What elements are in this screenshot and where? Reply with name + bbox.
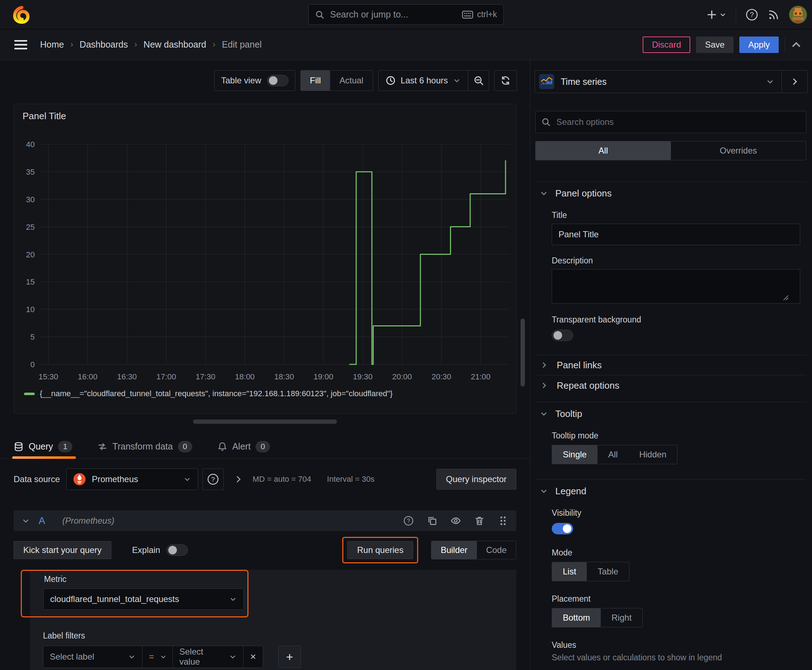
fill-option[interactable]: Fill [301,71,331,91]
section-panel-links[interactable]: Panel links [535,355,806,375]
options-search-input[interactable] [556,117,800,127]
table-view-toggle[interactable] [267,75,288,86]
query-editor-section: Data source Prometheus ? [0,459,530,670]
panel-preview[interactable]: Panel Title 051015202530354015:3016:0016… [14,104,517,414]
breadcrumb-edit-panel: Edit panel [222,39,262,50]
legend-visibility-toggle[interactable] [552,523,573,535]
panel-title-input[interactable] [552,224,800,245]
tab-alert[interactable]: Alert 0 [217,435,270,459]
explain-toggle[interactable] [166,544,188,556]
save-button[interactable]: Save [696,37,734,53]
panel-resize-handle[interactable] [193,420,337,424]
visibility-label: Visibility [552,508,806,518]
user-avatar[interactable] [789,6,807,24]
select-value-dropdown[interactable]: Select value [173,646,244,668]
grafana-logo-icon[interactable] [12,5,32,24]
delete-query-trash-icon[interactable] [474,515,485,526]
options-search[interactable] [535,111,806,133]
options-collapse-chevron-icon[interactable] [234,475,243,484]
breadcrumb-new-dashboard[interactable]: New dashboard [144,39,206,50]
add-menu-button[interactable] [706,9,726,20]
section-panel-options[interactable]: Panel options [535,185,806,201]
timeseries-chart[interactable]: 051015202530354015:3016:0016:3017:0017:3… [15,118,516,391]
news-icon[interactable] [768,8,780,21]
svg-text:18:30: 18:30 [274,372,294,381]
svg-text:?: ? [407,518,410,524]
breadcrumb-dashboards[interactable]: Dashboards [80,39,128,50]
select-label-dropdown[interactable]: Select label [43,646,142,668]
svg-text:21:00: 21:00 [471,372,490,381]
datasource-picker[interactable]: Prometheus [66,469,198,490]
refresh-button[interactable] [494,70,517,91]
actual-option[interactable]: Actual [330,71,373,91]
scrollbar-thumb[interactable] [520,318,525,387]
legend-item[interactable]: {__name__="cloudflared_tunnel_total_requ… [24,389,393,398]
section-tooltip[interactable]: Tooltip [535,406,806,421]
section-repeat-options[interactable]: Repeat options [535,376,806,396]
add-filter-button[interactable]: + [278,646,301,668]
tooltip-hidden-option[interactable]: Hidden [628,445,677,464]
chevron-down-icon [766,77,775,86]
apply-button[interactable]: Apply [739,37,779,53]
breadcrumb-home[interactable]: Home [40,39,64,50]
run-queries-button[interactable]: Run queries [347,541,413,559]
tab-transform-data[interactable]: Transform data 0 [97,435,192,459]
mode-list-option[interactable]: List [552,562,587,581]
tooltip-mode-segment: Single All Hidden [552,445,677,464]
discard-button[interactable]: Discard [642,37,690,53]
transparent-background-toggle[interactable] [552,330,573,341]
svg-text:19:00: 19:00 [314,372,333,381]
section-legend[interactable]: Legend [535,483,806,499]
help-icon[interactable]: ? [746,8,758,21]
legend-mode-segment: List Table [552,562,629,581]
svg-text:19:30: 19:30 [353,372,373,381]
label-filter-row: Select label = Select value [43,646,516,668]
code-option[interactable]: Code [477,541,516,559]
svg-text:17:00: 17:00 [156,372,176,381]
duplicate-query-icon[interactable] [427,515,437,526]
builder-option[interactable]: Builder [431,541,477,559]
top-navbar: ctrl+k ? [0,0,812,29]
collapse-chevron-up-icon[interactable] [790,39,802,51]
zoom-out-button[interactable] [468,71,489,91]
global-search-input[interactable] [329,9,457,20]
datasource-help-button[interactable]: ? [202,469,224,490]
query-ref-id: A [39,515,45,526]
svg-text:18:00: 18:00 [235,372,254,381]
metric-select[interactable]: cloudflared_tunnel_total_requests [43,589,244,610]
viz-suggestions-button[interactable] [781,71,807,93]
chevron-down-icon[interactable] [22,516,30,525]
remove-filter-button[interactable]: × [243,646,263,668]
breadcrumb: Home › Dashboards › New dashboard › Edit… [40,39,262,50]
svg-text:15: 15 [26,277,35,286]
placement-right-option[interactable]: Right [601,608,642,627]
tab-all[interactable]: All [536,141,671,160]
tooltip-single-option[interactable]: Single [552,445,598,464]
time-range-picker[interactable]: Last 6 hours [378,71,468,91]
drag-handle-icon[interactable] [498,515,509,526]
query-help-icon[interactable]: ? [403,515,414,526]
query-row-header[interactable]: A (Prometheus) ? [14,510,516,531]
visualization-picker[interactable]: Time series [535,71,781,93]
keyboard-icon [462,10,473,19]
description-textarea[interactable] [552,269,800,303]
tooltip-all-option[interactable]: All [598,445,629,464]
query-inspector-button[interactable]: Query inspector [436,469,516,490]
global-search[interactable]: ctrl+k [308,4,504,25]
tab-query[interactable]: Query 1 [14,435,72,459]
mode-table-option[interactable]: Table [587,562,629,581]
chevron-down-icon [183,475,191,483]
svg-text:16:00: 16:00 [78,372,97,381]
tab-overrides[interactable]: Overrides [671,141,806,160]
disable-query-eye-icon[interactable] [450,515,461,526]
title-label: Title [552,210,806,220]
menu-toggle-icon[interactable] [14,39,27,50]
kick-start-query-button[interactable]: Kick start your query [14,541,111,559]
explain-label: Explain [132,545,160,555]
chevron-right-icon [540,382,548,389]
max-datapoints-stat: MD = auto = 704 [253,475,311,484]
options-list: Panel options Title Description Transpar… [530,172,812,670]
placement-bottom-option[interactable]: Bottom [552,608,601,627]
datasource-row: Data source Prometheus ? [14,468,516,490]
operator-dropdown[interactable]: = [142,646,173,668]
